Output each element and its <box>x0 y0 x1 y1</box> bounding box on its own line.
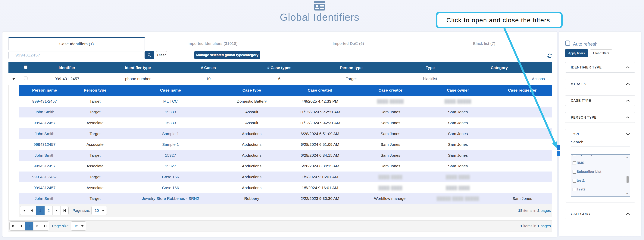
row-select-cell <box>19 73 32 85</box>
filter-section-header[interactable]: TYPE <box>565 129 635 139</box>
filter-section-header[interactable]: IDENTIFIER TYPE <box>565 62 635 72</box>
case-name-link[interactable]: 15327 <box>165 164 176 168</box>
col-case-owner[interactable]: Case owner <box>423 85 492 96</box>
case-name-link[interactable]: 15333 <box>165 121 176 125</box>
refresh-button[interactable] <box>547 53 552 58</box>
collapse-row-icon[interactable] <box>12 78 16 80</box>
person-name-link[interactable]: John Smith <box>34 153 54 157</box>
case-name-link[interactable]: Case 166 <box>162 186 179 190</box>
type-option-test1[interactable]: test1 <box>571 176 630 185</box>
manage-type-category-button[interactable]: Manage selected global type/category <box>194 51 260 59</box>
tab-imported-doc[interactable]: Imported DoC (6) <box>280 37 416 50</box>
case-name-link[interactable]: 15333 <box>165 110 176 114</box>
prev-page-button[interactable] <box>17 222 25 231</box>
first-page-button[interactable] <box>20 206 28 215</box>
prev-page-button[interactable] <box>28 206 36 215</box>
auto-refresh-checkbox[interactable] <box>565 40 570 46</box>
page-2-button[interactable]: 2 <box>45 206 53 215</box>
filters-drawer-handle[interactable] <box>557 145 560 150</box>
clear-search-button[interactable]: Clear <box>156 51 167 59</box>
page-size-select[interactable]: 10 <box>91 206 107 215</box>
person-name-link[interactable]: 9994312457 <box>34 164 56 168</box>
tab-black-list[interactable]: Black list (7) <box>416 37 552 50</box>
summary-text: items in <box>522 224 538 228</box>
cell-identifier: 999-431-2457 <box>32 73 102 85</box>
redacted-cell: ████ █████ <box>423 96 492 107</box>
scroll-down-icon[interactable]: ▼ <box>625 192 629 195</box>
scrollbar-thumb[interactable] <box>626 176 628 183</box>
filters-drawer-handle[interactable] <box>557 151 560 156</box>
case-name-link[interactable]: Sample 1 <box>162 131 179 136</box>
case-name-link[interactable]: ML TCC <box>163 99 178 103</box>
col-person-type[interactable]: Person type <box>316 62 386 73</box>
actions-link[interactable]: Actions <box>532 77 545 81</box>
col-person-type[interactable]: Person type <box>70 85 120 96</box>
col-category[interactable]: Category <box>474 62 525 73</box>
dropdown-caret-icon <box>102 210 104 212</box>
blacklist-link[interactable]: blacklist <box>423 77 437 81</box>
scroll-up-icon[interactable]: ▲ <box>625 156 629 159</box>
type-option-subscriber-list[interactable]: Subscriber List <box>571 167 630 176</box>
col-case-type[interactable]: Case type <box>221 85 282 96</box>
search-input[interactable] <box>8 51 144 59</box>
option-checkbox[interactable] <box>572 154 576 156</box>
case-name-link[interactable]: Jewelry Store Robberies - SRN2 <box>142 196 199 201</box>
col-type[interactable]: Type <box>386 62 474 73</box>
page-1-button[interactable]: 1 <box>25 222 34 231</box>
col-case-types[interactable]: # Case types <box>243 62 316 73</box>
filter-section-header[interactable]: # CASES <box>565 79 635 89</box>
person-name-link[interactable]: John Smith <box>34 110 54 114</box>
col-case-requester[interactable]: Case requester <box>492 85 552 96</box>
select-all-checkbox[interactable] <box>24 66 28 69</box>
apply-filters-button[interactable]: Apply filters <box>565 49 588 57</box>
tab-case-identifiers[interactable]: Case Identifiers (1) <box>8 37 145 50</box>
identifier-row: 999-431-2457 phone number 10 6 Target bl… <box>8 73 552 85</box>
person-name-link[interactable]: 9994312457 <box>34 186 56 190</box>
tab-imported-identifiers[interactable]: Imported Identifiers (31018) <box>145 37 281 50</box>
option-checkbox[interactable] <box>572 161 576 165</box>
option-label: RMS <box>577 161 584 165</box>
col-case-creator[interactable]: Case creator <box>358 85 423 96</box>
filter-section-header[interactable]: PERSON TYPE <box>565 113 635 122</box>
page-size-label: Page size: <box>72 209 90 213</box>
person-name-link[interactable]: 999-431-2457 <box>32 99 57 103</box>
search-button[interactable] <box>144 51 154 59</box>
identifiers-pager-summary: 1 items in 1 pages <box>520 221 551 232</box>
filter-section-header[interactable]: CASE TYPE <box>565 96 635 106</box>
cell-actions: Actions <box>525 73 552 85</box>
next-page-button[interactable] <box>34 222 41 231</box>
col-identifier[interactable]: Identifier <box>32 62 102 73</box>
row-checkbox[interactable] <box>24 77 28 80</box>
col-cases[interactable]: # Cases <box>174 62 243 73</box>
page-size-select[interactable]: 15 <box>71 222 86 231</box>
case-name-link[interactable]: Sample 1 <box>162 142 179 146</box>
case-name-link[interactable]: 15327 <box>165 153 176 157</box>
col-case-name[interactable]: Case name <box>120 85 221 96</box>
person-name-link[interactable]: John Smith <box>34 196 54 201</box>
type-option-rms[interactable]: RMS <box>571 159 630 167</box>
person-name-link[interactable]: 9994312457 <box>34 121 56 125</box>
filters-panel: Auto refresh Apply filters Clear filters… <box>559 31 641 236</box>
person-name-link[interactable]: 999-431-2457 <box>32 175 57 179</box>
cell-case-created: 6/28/2024 6:34:15 AM <box>282 150 358 161</box>
col-case-created[interactable]: Case created <box>282 85 358 96</box>
type-option-test2[interactable]: Test2 <box>571 185 630 194</box>
first-page-button[interactable] <box>10 222 17 231</box>
cell-case-created: 1/5/2024 9:16:01 AM <box>282 182 358 193</box>
col-identifier-type[interactable]: Identifier type <box>102 62 174 73</box>
filter-section-header[interactable]: CATEGORY <box>565 209 635 219</box>
case-name-link[interactable]: Case 166 <box>162 175 179 179</box>
next-page-button[interactable] <box>53 206 60 215</box>
page-1-button[interactable]: 1 <box>36 206 45 215</box>
person-name-link[interactable]: 9994312457 <box>34 142 56 146</box>
clear-filters-button[interactable]: Clear filters <box>590 49 612 57</box>
option-checkbox[interactable] <box>572 188 576 191</box>
type-search-input[interactable] <box>571 146 630 154</box>
last-page-button[interactable] <box>60 206 68 215</box>
last-page-button[interactable] <box>41 222 49 231</box>
person-name-link[interactable]: John Smith <box>34 131 54 136</box>
col-person-name[interactable]: Person name <box>19 85 70 96</box>
option-checkbox[interactable] <box>572 179 576 183</box>
option-checkbox[interactable] <box>572 170 576 174</box>
type-option-report-system[interactable]: Report System <box>571 154 630 159</box>
